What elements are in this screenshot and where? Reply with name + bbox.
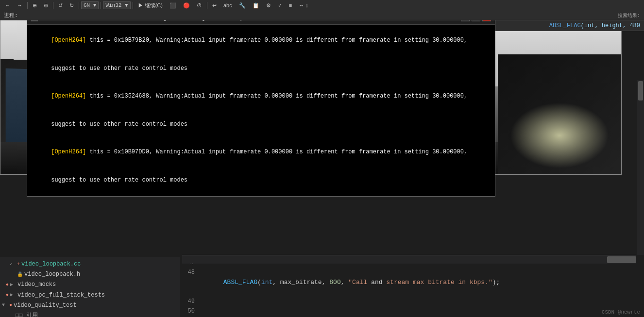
csdn-watermark: CSDN @newrtc	[602, 309, 640, 315]
tree-arrow-mocks: ▶	[10, 281, 16, 289]
tree-icon-cc: +	[17, 261, 20, 268]
menu-abc[interactable]: abc	[220, 2, 235, 9]
tree-label-pc: video_pc_full_stack_tests	[17, 291, 105, 300]
line-content-48: ABSL_FLAG(int, max_bitrate, 800, "Call a…	[201, 268, 644, 297]
progress-label: 进程:	[4, 12, 18, 19]
log-suggest-3: suggest to use other rate control modes	[30, 167, 492, 195]
gn-dropdown[interactable]: GN ▼	[81, 1, 99, 9]
right-scrollbar-thumb[interactable]	[638, 81, 643, 100]
tree-arrow-cc: ✓	[10, 261, 16, 268]
code-line-49: 49	[182, 297, 644, 307]
tree-item-video-quality[interactable]: ▼ ● video_quality_test	[0, 300, 180, 311]
menu-sep-1	[27, 2, 28, 9]
tree-icon-quality: ●	[9, 301, 12, 309]
platform-dropdown[interactable]: Win32 ▼	[103, 1, 130, 9]
absl-flag-kw: ABSL_FLAG	[223, 279, 257, 286]
absl-paren1: (	[257, 279, 261, 286]
line-num-49: 49	[182, 297, 201, 306]
tree-label-mocks: video_mocks	[17, 280, 56, 289]
absl-type: int	[261, 279, 272, 286]
tree-label-ref: □□ 引用	[16, 311, 38, 317]
absl-paren: (int, height, 480	[581, 22, 640, 29]
horizontal-scrollbar-area[interactable]	[182, 255, 636, 264]
tree-arrow-quality: ▼	[2, 301, 8, 309]
absl-header-display: ABSL_FLAG(int, height, 480	[545, 21, 644, 30]
menu-clipboard[interactable]: 📋	[250, 2, 262, 9]
absl-keyword: ABSL_FLAG	[549, 22, 581, 29]
remote-monitor-right	[498, 54, 621, 175]
tree-icon-h: 🔒	[17, 271, 23, 279]
menu-add[interactable]: ⊕	[30, 2, 40, 9]
absl-and: and	[371, 279, 382, 286]
tree-item-video-mocks[interactable]: ● ▶ video_mocks	[0, 280, 180, 290]
absl-str2: stream max bitrate in kbps."	[383, 279, 492, 286]
tree-item-ref[interactable]: □□ 引用	[0, 311, 180, 317]
code-editor: 47 48 ABSL_FLAG(int, max_bitrate, 800, "…	[182, 257, 644, 317]
progress-status: 搜索结果:	[618, 12, 640, 19]
menu-continue[interactable]: ▶ 继续(C)	[135, 1, 166, 10]
tree-label-cc: video_loopback.cc	[21, 260, 81, 269]
console-window: C G:\webrtc_20230324\src\out\x86_debug_5…	[27, 11, 495, 197]
top-menu-bar[interactable]: ← → ⊕ ⊗ ↺ ↻ GN ▼ Win32 ▼ ▶ 继续(C) ⬛ 🔴 ⏱ ↩…	[0, 0, 644, 11]
remote-light-glow	[510, 102, 609, 168]
menu-return[interactable]: ↩	[209, 2, 220, 9]
menu-sep-5	[133, 2, 133, 9]
menu-stop[interactable]: ⬛	[167, 2, 179, 9]
absl-str1: "Call	[348, 279, 371, 286]
right-scrollbar[interactable]	[637, 80, 644, 255]
line-num-50: 50	[182, 307, 201, 316]
tree-item-video-pc[interactable]: ● ▶ video_pc_full_stack_tests	[0, 290, 180, 300]
menu-sep-4	[101, 2, 101, 9]
tree-arrow-pc: ▶	[10, 291, 16, 299]
line-content-50: ABSL_FLAG(bool,	[201, 307, 644, 317]
menu-tools[interactable]: 🔧	[236, 2, 249, 9]
menu-sep-2	[53, 2, 53, 9]
tree-item-video-loopback-h[interactable]: 🔒 video_loopback.h	[0, 269, 180, 280]
tree-icon-mocks: ●	[6, 281, 9, 289]
code-line-48[interactable]: 48 ABSL_FLAG(int, max_bitrate, 800, "Cal…	[182, 268, 644, 297]
log-line-2: [OpenH264] this = 0x13524688, Warning:Ac…	[30, 83, 492, 111]
menu-fire[interactable]: 🔴	[180, 2, 193, 9]
console-body: [OpenH264] this = 0x10B79B20, Warning:Ac…	[27, 25, 495, 196]
line-num-48: 48	[182, 268, 201, 277]
horizontal-scrollbar-thumb[interactable]	[607, 256, 636, 263]
absl-comma2: ,	[341, 279, 349, 286]
menu-lines[interactable]: ≡	[286, 2, 295, 9]
menu-forward[interactable]: →	[14, 2, 25, 9]
tree-item-video-loopback-cc[interactable]: ✓ + video_loopback.cc	[0, 259, 180, 269]
progress-bar: 进程: 搜索结果:	[0, 11, 644, 20]
menu-sep-3	[79, 2, 79, 9]
menu-gear[interactable]: ⚙	[263, 2, 274, 9]
absl-paren2: );	[492, 279, 500, 286]
menu-sep-6	[207, 2, 207, 9]
log-line-1: [OpenH264] this = 0x10B79B20, Warning:Ac…	[30, 27, 492, 55]
tree-icon-pc: ●	[6, 291, 9, 299]
menu-close[interactable]: ⊗	[41, 2, 51, 9]
menu-arrows[interactable]: ↔ ↕	[296, 2, 311, 9]
code-line-50[interactable]: 50 ABSL_FLAG(bool,	[182, 307, 644, 317]
log-suggest-2: suggest to use other rate control modes	[30, 111, 492, 139]
log-suggest-1: suggest to use other rate control modes	[30, 55, 492, 83]
absl-num: 800	[329, 279, 340, 286]
menu-timer[interactable]: ⏱	[194, 2, 205, 9]
menu-check[interactable]: ✓	[275, 2, 285, 9]
file-tree-sidebar: ✓ + video_loopback.cc 🔒 video_loopback.h…	[0, 257, 180, 317]
menu-redo[interactable]: ↻	[67, 2, 77, 9]
tree-label-h: video_loopback.h	[24, 270, 80, 279]
log-line-3: [OpenH264] this = 0x10B97DD0, Warning:Ac…	[30, 138, 492, 167]
menu-back[interactable]: ←	[2, 2, 13, 9]
tree-label-quality: video_quality_test	[14, 301, 77, 310]
absl-comma1: , max_bitrate,	[272, 279, 329, 286]
menu-undo[interactable]: ↺	[55, 2, 66, 9]
